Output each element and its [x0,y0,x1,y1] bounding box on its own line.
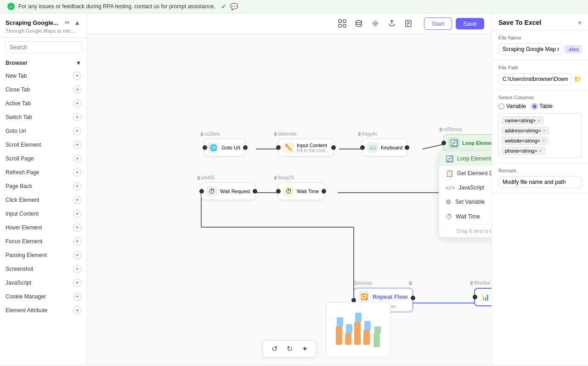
sidebar-item-label: Goto Url [6,128,26,134]
rp-file-path-section: File Path 📁 [492,60,588,90]
sidebar-item-refresh-page[interactable]: Refresh Page + [0,166,87,179]
star-button[interactable]: ✦ [299,343,311,354]
column-close-address[interactable]: × [543,128,546,133]
menu-item-get-element-data[interactable]: 📋 Get Element Data [439,166,492,181]
node-id-fkhu9oe: fkhu9oe [474,280,491,286]
database-icon[interactable] [352,17,365,30]
grid-icon[interactable] [336,17,349,30]
sidebar-item-label: Screenshot [6,266,34,272]
sidebar-item-add-btn[interactable]: + [73,251,81,259]
export-icon[interactable] [385,17,398,30]
sidebar-item-add-btn[interactable]: + [73,292,81,301]
column-label-phone: phone<string> [505,148,537,154]
sidebar-item-add-btn[interactable]: + [73,168,81,177]
node-id-8eisg76: 8eisg76 [278,175,294,180]
sidebar-item-add-btn[interactable]: + [73,113,81,121]
sidebar-item-javascript[interactable]: JavaScript + [0,276,87,290]
sidebar-item-close-tab[interactable]: Close Tab + [0,83,87,97]
sidebar-item-add-btn[interactable]: + [73,72,81,80]
sidebar-item-scroll-page[interactable]: Scroll Page + [0,152,87,166]
sidebar-item-add-btn[interactable]: + [73,86,81,94]
radio-table-label[interactable]: Table [531,103,553,109]
undo-button[interactable]: ↺ [269,343,280,354]
sidebar-item-input-content[interactable]: Input Content + [0,207,87,221]
sidebar-item-scroll-element[interactable]: Scroll Element + [0,138,87,152]
start-button[interactable]: Start [424,17,452,30]
sidebar-item-passing-element[interactable]: Passing Element + [0,248,87,262]
column-close-name[interactable]: × [537,118,540,123]
dot-right [243,145,248,150]
radio-variable-label[interactable]: Variable [498,103,526,109]
rp-file-path-input[interactable] [498,73,572,85]
redo-button[interactable]: ↻ [284,343,295,354]
rp-file-name-input[interactable] [498,43,563,55]
rp-menu-icon[interactable]: ≡ [578,19,582,26]
node-delete-fkhu9oe[interactable]: 🗑 [469,280,474,286]
dot-left [276,189,281,194]
sidebar-item-add-btn[interactable]: + [73,154,81,163]
sidebar-item-add-btn[interactable]: + [73,279,81,287]
canvas-area: Start Save [87,13,492,365]
radio-table[interactable] [531,103,537,109]
sidebar-item-add-btn[interactable]: + [73,99,81,108]
project-name: Scraping Google... [6,19,58,26]
node-delete-xs20els[interactable]: 🗑 [200,132,204,137]
sidebar-item-add-btn[interactable]: + [73,196,81,204]
sidebar-item-click-element[interactable]: Click Element + [0,193,87,207]
sidebar-item-cookie-manager[interactable]: Cookie Manager + [0,290,87,303]
search-box [5,41,82,53]
menu-item-javascript[interactable]: </> JavaScript [439,181,492,194]
menu-item-wait-time[interactable]: ⏱ Wait Time [439,209,492,224]
menu-item-set-variable[interactable]: ⚙ Set Variable [439,194,492,209]
sidebar-item-add-btn[interactable]: + [73,182,81,190]
sidebar-item-add-btn[interactable]: + [73,141,81,149]
rp-remark-input[interactable] [498,176,582,188]
canvas[interactable]: xs20els 🗑 🌐 Goto Url bbhkmkb 🗑 ✏️ Inpu [87,34,492,365]
node-delete-bbhkmkb[interactable]: 🗑 [273,132,278,137]
node-delete-juh4li3[interactable]: 🗑 [197,175,201,180]
sidebar-item-add-btn[interactable]: + [73,237,81,246]
sidebar-item-hover-element[interactable]: Hover Element + [0,221,87,234]
column-close-phone[interactable]: × [539,148,542,154]
settings-icon[interactable] [369,17,382,30]
radio-variable[interactable] [498,103,504,109]
sidebar-item-label: Scroll Page [6,155,34,162]
rp-select-columns-section: Select Columns Variable Table name<strin… [492,90,588,163]
sidebar-item-add-btn[interactable]: + [73,306,81,315]
sidebar-item-add-btn[interactable]: + [73,223,81,232]
sidebar-item-add-btn[interactable]: + [73,127,81,135]
menu-item-loop-element[interactable]: 🔄 Loop Element [439,151,492,166]
sidebar-item-focus-element[interactable]: Focus Element + [0,234,87,248]
sidebar-item-active-tab[interactable]: Active Tab + [0,97,87,110]
column-close-website[interactable]: × [542,138,545,143]
sidebar: Scraping Google... ✏ ▲ Through Google Ma… [0,13,87,365]
node-delete-ml5kmxq[interactable]: 🗑 [439,127,443,132]
node-delete-9psmysu[interactable]: 🗑 [408,280,413,286]
file-path-picker-icon[interactable]: 📁 [574,75,582,83]
js-icon: </> [446,185,455,191]
sidebar-item-add-btn[interactable]: + [73,265,81,273]
sidebar-item-switch-tab[interactable]: Switch Tab + [0,110,87,124]
rp-radio-group: Variable Table [498,103,582,109]
sidebar-item-screenshot[interactable]: Screenshot + [0,262,87,276]
wait-req-icon: ⏱ [206,186,217,197]
sidebar-item-page-back[interactable]: Page Back + [0,179,87,193]
sidebar-item-new-tab[interactable]: New Tab + [0,69,87,83]
node-delete-frxgy4n[interactable]: 🗑 [357,132,362,137]
project-subtitle: Through Google Maps to retr... [6,28,81,34]
sidebar-item-element-attribute[interactable]: Element Attribute + [0,303,87,317]
collapse-sidebar-button[interactable]: ▲ [73,18,81,27]
save-button[interactable]: Save [456,18,484,29]
menu-label-wait: Wait Time [456,213,480,220]
search-input[interactable] [5,41,82,53]
sidebar-item-goto-url[interactable]: Goto Url + [0,124,87,138]
sidebar-item-label: Cookie Manager [6,293,46,300]
browser-section-header[interactable]: Browser ▼ [0,57,87,69]
input-content-icon: ✏️ [283,142,294,153]
sidebar-item-add-btn[interactable]: + [73,210,81,218]
edit-project-button[interactable]: ✏ [64,18,71,27]
rp-file-path-label: File Path [498,65,582,70]
node-delete-8eisg76[interactable]: 🗑 [273,175,278,180]
doc-icon[interactable] [402,17,415,30]
column-tag-address: address<string> × [502,126,549,135]
